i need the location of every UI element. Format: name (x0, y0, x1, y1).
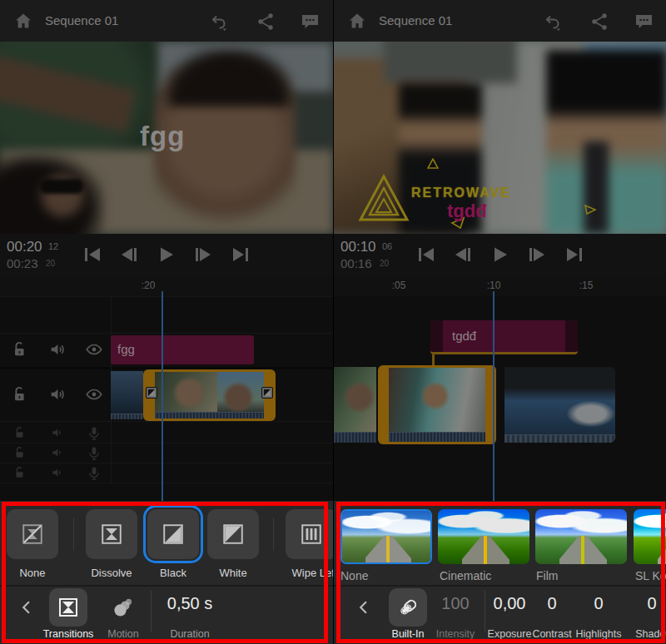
transition-option-none[interactable] (7, 509, 58, 559)
clip-trim-handle[interactable] (430, 320, 443, 352)
timeline[interactable]: fgg (0, 296, 333, 501)
chevron-left-icon[interactable] (355, 597, 372, 617)
clip-trim-handle[interactable] (565, 320, 578, 352)
param-label: Intensity (436, 628, 475, 640)
transition-option-black[interactable] (147, 509, 199, 559)
tab-label: Motion (107, 628, 139, 640)
video-clip[interactable] (111, 371, 143, 419)
transition-option-dissolve[interactable] (86, 509, 137, 559)
right-app-panel: Sequence 01 RETROWAVE tgdđ 0 (333, 0, 666, 644)
title-clip[interactable]: fgg (111, 335, 254, 364)
tab-motion[interactable] (104, 588, 142, 627)
motion-icon (111, 595, 136, 620)
title-clip-label: fgg (117, 342, 135, 356)
filter-option-film[interactable] (535, 509, 627, 564)
step-back-button[interactable] (454, 246, 472, 263)
playhead[interactable] (493, 291, 495, 501)
video-clip[interactable] (334, 367, 376, 443)
tab-built-in[interactable] (389, 588, 427, 627)
skip-to-end-button[interactable] (565, 246, 584, 263)
transitions-panel: None Dissolve Black White Wipe Left Tran… (0, 501, 333, 644)
track-visibility-icon[interactable] (85, 385, 103, 404)
sunglasses-art (40, 179, 83, 194)
total-frames: 20 (380, 259, 389, 268)
video-preview[interactable]: RETROWAVE tgdđ (334, 42, 666, 234)
share-icon[interactable] (256, 12, 276, 32)
panel-divider (334, 585, 666, 587)
track-mute-icon[interactable] (51, 426, 65, 440)
filter-option-cinematic[interactable] (438, 509, 529, 564)
track-lock-icon[interactable] (13, 466, 27, 480)
share-icon[interactable] (589, 12, 609, 32)
duration-value[interactable]: 0,50 s (167, 594, 212, 613)
track-mic-icon[interactable] (87, 446, 102, 462)
comment-icon[interactable] (300, 12, 321, 32)
transition-label: Black (160, 567, 186, 579)
step-forward-button[interactable] (528, 246, 546, 263)
track-mute-icon[interactable] (51, 466, 65, 480)
undo-icon[interactable] (208, 12, 228, 32)
step-back-button[interactable] (120, 246, 138, 263)
transition-indicator-icon[interactable] (261, 387, 273, 399)
param-value[interactable]: 0 (594, 594, 603, 613)
param-value[interactable]: 0 (647, 594, 656, 613)
playhead[interactable] (162, 291, 163, 501)
skip-to-end-button[interactable] (231, 246, 250, 263)
filter-option-none[interactable] (340, 509, 432, 564)
chevron-left-icon[interactable] (18, 597, 35, 617)
video-clip[interactable] (504, 367, 615, 443)
panel-divider (151, 591, 152, 632)
tab-transitions[interactable] (49, 588, 87, 627)
transition-option-wipe-left[interactable] (286, 509, 333, 559)
panel-divider (0, 585, 333, 587)
param-value[interactable]: 0 (547, 594, 556, 613)
filter-option-sl-ko[interactable] (634, 509, 666, 564)
track-lock-icon[interactable] (13, 446, 27, 460)
panel-divider (273, 518, 274, 551)
skip-to-start-button[interactable] (417, 246, 435, 263)
play-button[interactable] (157, 246, 176, 263)
home-icon[interactable] (347, 11, 367, 31)
transition-indicator-icon[interactable] (146, 387, 157, 399)
step-forward-button[interactable] (194, 246, 212, 263)
undo-icon[interactable] (542, 12, 562, 32)
param-value[interactable]: 0,00 (494, 594, 526, 613)
left-app-panel: Sequence 01 fgg 00:20 12 00:23 20 (0, 0, 333, 644)
audio-waveform (389, 432, 485, 442)
home-icon[interactable] (13, 11, 33, 31)
filter-thumbnail (535, 509, 627, 564)
ruler-tick: :15 (579, 280, 594, 291)
transport-bar: 00:10 06 00:16 20 (334, 234, 666, 275)
track-lock-icon[interactable] (11, 340, 29, 359)
selected-title-clip[interactable]: tgdđ (430, 320, 578, 354)
total-timecode: 00:16 (340, 256, 372, 270)
play-button[interactable] (491, 246, 509, 263)
track-lock-icon[interactable] (11, 385, 29, 404)
timeline-ruler[interactable]: :05 :10 :15 (334, 275, 666, 296)
title-clip-label: tgdđ (452, 329, 476, 343)
timeline-ruler[interactable]: :20 (0, 275, 333, 296)
selected-video-clip[interactable] (378, 365, 496, 444)
filters-panel: None Cinematic Film SL Ko Built-In 100 I… (334, 501, 666, 644)
filter-thumbnail (634, 509, 666, 564)
small-triangle-graphic (427, 158, 439, 169)
param-label: Exposure (488, 628, 532, 640)
track-mic-icon[interactable] (87, 426, 102, 442)
timeline[interactable]: tgdđ (334, 296, 666, 501)
video-preview[interactable]: fgg (0, 42, 333, 234)
left-header: Sequence 01 (0, 0, 333, 42)
preview-overlay-text: fgg (140, 121, 185, 152)
audio-waveform (334, 432, 376, 443)
track-lock-icon[interactable] (13, 426, 27, 440)
comment-icon[interactable] (634, 12, 654, 32)
param-value[interactable]: 100 (441, 594, 469, 613)
track-visibility-icon[interactable] (85, 340, 103, 359)
right-header: Sequence 01 (334, 0, 666, 42)
transition-option-white[interactable] (207, 509, 259, 559)
track-mic-icon[interactable] (87, 466, 102, 482)
track-mute-icon[interactable] (48, 340, 67, 359)
track-mute-icon[interactable] (48, 385, 67, 404)
skip-to-start-button[interactable] (83, 246, 102, 263)
track-mute-icon[interactable] (51, 446, 65, 460)
total-frames: 20 (46, 259, 55, 268)
